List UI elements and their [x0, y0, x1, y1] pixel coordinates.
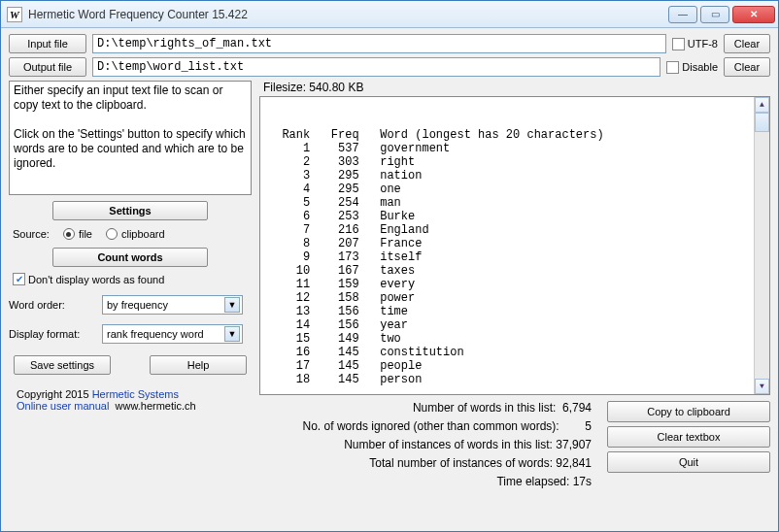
stat-time-elapsed: Time elapsed: 17s [259, 475, 592, 488]
titlebar: W Hermetic Word Frequency Counter 15.422… [1, 1, 778, 28]
disable-label: Disable [682, 61, 718, 73]
display-format-label: Display format: [9, 328, 96, 340]
disable-checkbox[interactable]: Disable [666, 61, 718, 74]
info-textbox: Either specify an input text file to sca… [9, 81, 252, 195]
checkbox-icon [672, 38, 685, 50]
source-file-radio[interactable]: file [63, 228, 92, 240]
company-link[interactable]: Hermetic Systems [92, 388, 179, 400]
site-text: www.hermetic.ch [116, 400, 196, 412]
clear-input-button[interactable]: Clear [724, 34, 770, 53]
display-format-select[interactable]: rank frequency word ▼ [102, 324, 243, 344]
stat-words-in-list: Number of words in this list: 6,794 [259, 401, 592, 415]
copyright-area: Copyright 2015 Hermetic Systems Online u… [9, 388, 252, 412]
maximize-button[interactable]: ▭ [700, 6, 729, 23]
output-file-button[interactable]: Output file [9, 57, 86, 77]
source-file-label: file [79, 228, 92, 240]
results-content: Rank Freq Word (longest has 20 character… [268, 128, 604, 386]
filesize-label: Filesize: 540.80 KB [259, 81, 770, 96]
utf8-checkbox[interactable]: UTF-8 [672, 38, 718, 50]
copy-to-clipboard-button[interactable]: Copy to clipboard [607, 401, 770, 422]
clear-output-button[interactable]: Clear [724, 57, 770, 77]
word-order-label: Word order: [9, 299, 96, 311]
source-label: Source: [13, 228, 50, 240]
chevron-down-icon: ▼ [224, 297, 240, 313]
scroll-thumb[interactable] [755, 113, 769, 132]
help-button[interactable]: Help [150, 355, 247, 375]
clear-textbox-button[interactable]: Clear textbox [607, 426, 770, 448]
stats-area: Number of words in this list: 6,794 No. … [259, 401, 595, 488]
word-order-select[interactable]: by frequency ▼ [102, 295, 243, 315]
results-textbox[interactable]: Rank Freq Word (longest has 20 character… [259, 96, 770, 395]
utf8-label: UTF-8 [688, 38, 718, 50]
scroll-down-icon[interactable]: ▼ [755, 379, 769, 394]
stat-instances-in-list: Number of instances of words in this lis… [259, 438, 592, 451]
chevron-down-icon: ▼ [224, 326, 240, 342]
scroll-up-icon[interactable]: ▲ [755, 97, 769, 113]
output-file-field[interactable] [92, 57, 660, 77]
input-file-button[interactable]: Input file [9, 34, 86, 53]
display-format-value: rank frequency word [107, 328, 204, 340]
close-button[interactable]: ✕ [732, 6, 775, 23]
dont-display-label: Don't display words as found [28, 274, 164, 285]
source-group: Source: file clipboard [9, 226, 252, 242]
save-settings-button[interactable]: Save settings [14, 355, 111, 375]
dont-display-checkbox[interactable]: ✔ Don't display words as found [13, 273, 252, 285]
manual-link[interactable]: Online user manual [17, 400, 109, 412]
app-icon: W [7, 7, 22, 22]
stat-ignored: No. of words ignored (other than common … [259, 419, 592, 433]
settings-button[interactable]: Settings [52, 201, 208, 220]
checkbox-icon: ✔ [13, 273, 25, 285]
scroll-track[interactable] [755, 132, 769, 379]
client-area: Input file UTF-8 Clear Output file Disab… [1, 28, 778, 531]
minimize-button[interactable]: — [668, 6, 697, 23]
stat-total-instances: Total number of instances of words: 92,8… [259, 456, 592, 470]
source-clipboard-label: clipboard [121, 228, 165, 240]
radio-icon [106, 228, 118, 240]
copyright-text: Copyright 2015 [17, 388, 89, 400]
checkbox-icon [666, 61, 679, 74]
quit-button[interactable]: Quit [607, 451, 770, 473]
input-file-field[interactable] [92, 34, 666, 53]
source-clipboard-radio[interactable]: clipboard [106, 228, 165, 240]
count-words-button[interactable]: Count words [52, 248, 208, 267]
results-scrollbar[interactable]: ▲ ▼ [754, 97, 769, 394]
window-title: Hermetic Word Frequency Counter 15.422 [28, 8, 662, 21]
radio-icon [63, 228, 75, 240]
word-order-value: by frequency [107, 299, 168, 311]
